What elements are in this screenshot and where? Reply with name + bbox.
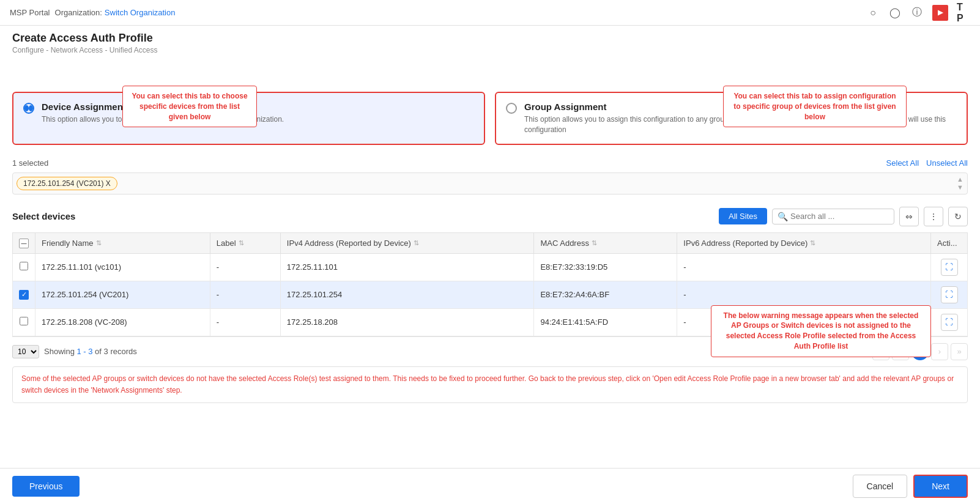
rows-per-page-select[interactable]: 10 25 50: [12, 345, 39, 358]
showing-text: Showing 1 - 3 of 3 records: [44, 347, 137, 356]
cell-ipv4: 172.25.11.101: [280, 253, 534, 281]
tooltip-device: You can select this tab to choose specif…: [122, 86, 257, 127]
help-icon[interactable]: ⓘ: [910, 6, 924, 20]
refresh-icon[interactable]: ↻: [948, 207, 968, 226]
cell-mac: E8:E7:32:A4:6A:BF: [534, 281, 677, 308]
table-row: 172.25.11.101 (vc101)-172.25.11.101E8:E7…: [13, 253, 968, 281]
checkbox-unchecked[interactable]: [20, 262, 28, 270]
page-title: Create Access Auth Profile: [12, 32, 968, 45]
row-checkbox-cell: [13, 308, 35, 336]
next-button[interactable]: Next: [913, 475, 968, 498]
selected-header: 1 selected Select All Unselect All: [12, 158, 968, 168]
cell-label: -: [210, 253, 280, 281]
col-ipv6: IPv6 Address (Reported by Device) ⇅: [677, 232, 931, 253]
devices-title: Select devices: [12, 211, 75, 221]
unselect-all-link[interactable]: Unselect All: [926, 158, 968, 168]
friendly-name-filter-icon[interactable]: ⇅: [96, 239, 102, 247]
ipv6-filter-icon[interactable]: ⇅: [810, 239, 815, 247]
cell-ipv4: 172.25.18.208: [280, 308, 534, 336]
warning-message-box: Some of the selected AP groups or switch…: [12, 366, 968, 403]
label-filter-icon[interactable]: ⇅: [239, 239, 244, 247]
footer-right-actions: Cancel Next: [853, 475, 968, 498]
devices-header: Select devices All Sites 🔍 ⇔ ⋮ ↻: [12, 207, 968, 226]
warning-message: Some of the selected AP groups or switch…: [21, 373, 959, 396]
tooltip-group: You can select this tab to assign config…: [723, 86, 907, 127]
friendly-name-header: Friendly Name: [42, 239, 94, 248]
last-page-btn[interactable]: »: [951, 343, 968, 360]
ipv6-header: IPv6 Address (Reported by Device): [683, 239, 807, 248]
footer-bar: Previous Cancel Next: [0, 468, 980, 504]
all-sites-button[interactable]: All Sites: [719, 208, 767, 224]
expand-icon[interactable]: ⇔: [899, 207, 919, 226]
next-page-btn[interactable]: ›: [931, 343, 948, 360]
col-label: Label ⇅: [210, 232, 280, 253]
col-mac: MAC Address ⇅: [534, 232, 677, 253]
action-expand-btn[interactable]: ⛶: [941, 286, 958, 303]
warning-annotation: The below warning message appears when t…: [711, 305, 931, 357]
action-expand-btn[interactable]: ⛶: [941, 314, 958, 331]
msp-portal-label: MSP Portal: [10, 8, 50, 17]
top-nav-right: ○ ◯ ⓘ ▶ T P: [866, 5, 970, 21]
ipv4-header: IPv4 Address (Reported by Device): [287, 239, 411, 248]
rows-selector: 10 25 50 Showing 1 - 3 of 3 records: [12, 345, 137, 358]
selected-count: 1 selected: [12, 158, 48, 168]
cell-ipv6: -: [677, 253, 931, 281]
cell-mac: 94:24:E1:41:5A:FD: [534, 308, 677, 336]
cell-friendly-name: 172.25.11.101 (vc101): [35, 253, 210, 281]
chips-area: 172.25.101.254 (VC201) X ▲ ▼: [12, 172, 968, 195]
search-input[interactable]: [790, 212, 876, 221]
row-checkbox-cell: ✓: [13, 281, 35, 308]
cell-action: ⛶: [931, 308, 968, 336]
col-friendly-name: Friendly Name ⇅: [35, 232, 210, 253]
showing-range: 1 - 3: [76, 347, 92, 356]
selected-area: 1 selected Select All Unselect All 172.2…: [0, 151, 980, 199]
cell-label: -: [210, 281, 280, 308]
select-actions: Select All Unselect All: [886, 158, 968, 168]
mac-header: MAC Address: [540, 239, 588, 248]
scroll-controls: ▲ ▼: [957, 176, 963, 191]
youtube-icon[interactable]: ▶: [932, 5, 948, 21]
page-header: Create Access Auth Profile Configure - N…: [0, 26, 980, 58]
warning-section: The below warning message appears when t…: [0, 366, 980, 409]
scroll-down-icon[interactable]: ▼: [957, 183, 963, 191]
scroll-up-icon[interactable]: ▲: [957, 176, 963, 183]
user-avatar[interactable]: T P: [957, 6, 970, 20]
cell-action: ⛶: [931, 281, 968, 308]
bell-icon[interactable]: ◯: [888, 6, 902, 20]
cell-mac: E8:E7:32:33:19:D5: [534, 253, 677, 281]
table-row: ✓172.25.101.254 (VC201)-172.25.101.254E8…: [13, 281, 968, 308]
cell-friendly-name: 172.25.18.208 (VC-208): [35, 308, 210, 336]
select-all-link[interactable]: Select All: [886, 158, 919, 168]
switch-org-link[interactable]: Switch Organization: [105, 8, 176, 17]
checkbox-unchecked[interactable]: [20, 317, 28, 325]
devices-controls: All Sites 🔍 ⇔ ⋮ ↻: [719, 207, 968, 226]
cell-label: -: [210, 308, 280, 336]
search-box: 🔍: [772, 209, 894, 224]
label-header: Label: [217, 239, 236, 248]
mac-filter-icon[interactable]: ⇅: [592, 239, 597, 247]
col-checkbox: —: [13, 232, 35, 253]
ipv4-filter-icon[interactable]: ⇅: [414, 239, 419, 247]
col-action: Acti...: [931, 232, 968, 253]
col-ipv4: IPv4 Address (Reported by Device) ⇅: [280, 232, 534, 253]
cell-ipv4: 172.25.101.254: [280, 281, 534, 308]
cell-action: ⛶: [931, 253, 968, 281]
action-expand-btn[interactable]: ⛶: [941, 259, 958, 276]
checkbox-checked[interactable]: ✓: [19, 290, 29, 300]
chip-label: 172.25.101.254 (VC201) X: [23, 179, 111, 188]
cancel-button[interactable]: Cancel: [853, 475, 908, 498]
group-assignment-radio[interactable]: [506, 103, 517, 114]
selected-chip[interactable]: 172.25.101.254 (VC201) X: [17, 177, 117, 190]
org-label: Organization:: [55, 8, 102, 17]
header-checkbox[interactable]: —: [19, 239, 29, 248]
row-checkbox-cell: [13, 253, 35, 281]
search-icon-span: 🔍: [778, 212, 788, 221]
action-header: Acti...: [937, 239, 957, 248]
breadcrumb: Configure - Network Access - Unified Acc…: [12, 46, 968, 54]
device-assignment-radio[interactable]: [23, 103, 34, 114]
top-nav: MSP Portal Organization: Switch Organiza…: [0, 0, 980, 26]
search-icon[interactable]: ○: [866, 6, 880, 20]
cell-friendly-name: 172.25.101.254 (VC201): [35, 281, 210, 308]
previous-button[interactable]: Previous: [12, 476, 80, 497]
columns-icon[interactable]: ⋮: [924, 207, 943, 226]
